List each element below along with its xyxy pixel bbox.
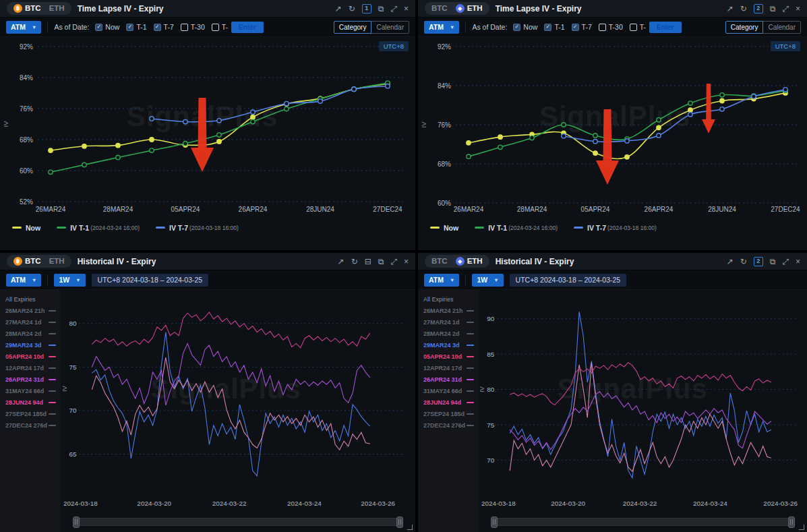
expiry-item[interactable]: 31MAY24 66d	[5, 385, 61, 396]
legend-item[interactable]: IV T-7(2024-03-18 16:00)	[156, 224, 239, 232]
duplicate-icon[interactable]: ⧉	[378, 258, 384, 266]
legend-item[interactable]: Now	[430, 224, 458, 232]
strike-select[interactable]: ATM ▼	[6, 274, 41, 287]
coin-toggle[interactable]: BTC◆ETH	[425, 2, 489, 15]
custom-tenor-input[interactable]: Enter	[649, 22, 682, 33]
expiry-item[interactable]: 26APR24 31d	[5, 374, 61, 385]
expiry-item[interactable]: 28JUN24 94d	[423, 396, 479, 408]
fullscreen-icon[interactable]: ⤢	[390, 258, 397, 266]
checkbox-t-1[interactable]: ✓T-1	[544, 23, 564, 31]
expiry-item[interactable]: 05APR24 10d	[5, 351, 61, 362]
popout-icon[interactable]: ↗	[338, 258, 345, 266]
time-range-slider[interactable]	[491, 518, 795, 526]
expiry-item[interactable]: 27MAR24 1d	[5, 316, 61, 328]
expiry-item[interactable]: 27MAR24 1d	[423, 316, 479, 328]
expiry-item[interactable]: 26MAR24 21h	[423, 305, 479, 316]
coin-toggle[interactable]: ฿BTCETH	[7, 2, 71, 15]
timelapse-chart-btc[interactable]: SignalPlus92%84%76%68%60%52%IV26MAR2428M…	[0, 37, 415, 219]
fullscreen-icon[interactable]: ⤢	[390, 5, 397, 13]
close-icon[interactable]: ×	[404, 5, 409, 13]
duplicate-icon[interactable]: ⧉	[770, 258, 776, 266]
custom-tenor-input[interactable]: Enter	[231, 22, 264, 33]
layer-count-badge[interactable]: 1	[362, 4, 371, 13]
expiry-item[interactable]: 29MAR24 3d	[5, 339, 61, 351]
expiry-item[interactable]: 28MAR24 2d	[423, 328, 479, 339]
expiry-item[interactable]: 05APR24 10d	[423, 351, 479, 362]
resize-handle[interactable]	[799, 525, 804, 530]
expiry-item[interactable]: 27DEC24 276d	[423, 419, 479, 431]
coin-tab-eth[interactable]: ◆ETH	[456, 4, 483, 13]
slider-handle-left[interactable]	[73, 516, 80, 528]
refresh-icon[interactable]: ↻	[351, 258, 358, 266]
layer-count-badge[interactable]: 2	[754, 257, 763, 266]
expiry-item[interactable]: 31MAY24 66d	[423, 385, 479, 396]
fullscreen-icon[interactable]: ⤢	[782, 5, 789, 13]
checkbox-t-[interactable]: T-	[630, 23, 646, 31]
close-icon[interactable]: ×	[404, 258, 409, 266]
coin-tab-eth[interactable]: ETH	[49, 258, 65, 266]
expiry-item[interactable]: 26MAR24 21h	[5, 305, 61, 316]
category-view-button[interactable]: Category	[334, 21, 372, 34]
historical-chart-btc[interactable]: SignalPlus80757065IV2024-03-182024-03-20…	[61, 290, 415, 511]
coin-tab-btc[interactable]: BTC	[431, 258, 448, 266]
strike-select[interactable]: ATM ▼	[424, 21, 459, 34]
resize-handle[interactable]	[407, 525, 413, 530]
coin-toggle[interactable]: ฿BTCETH	[7, 255, 71, 268]
layer-count-badge[interactable]: 2	[754, 4, 763, 13]
timelapse-chart-eth[interactable]: SignalPlus92%84%76%68%60%IV26MAR2428MAR2…	[418, 37, 807, 219]
checkbox-now[interactable]: ✓Now	[513, 23, 537, 31]
checkbox-t-30[interactable]: T-30	[599, 23, 623, 31]
slider-handle-right[interactable]	[788, 516, 795, 528]
checkbox-t-1[interactable]: ✓T-1	[126, 23, 146, 31]
coin-tab-eth[interactable]: ◆ETH	[456, 257, 483, 266]
expiry-item[interactable]: 27SEP24 185d	[5, 408, 61, 419]
popout-icon[interactable]: ↗	[335, 5, 342, 13]
category-view-button[interactable]: Category	[725, 21, 764, 34]
checkbox-t-7[interactable]: ✓T-7	[572, 23, 592, 31]
close-icon[interactable]: ×	[796, 5, 800, 13]
expiry-item[interactable]: 26APR24 31d	[423, 374, 479, 385]
legend-item[interactable]: IV T-7(2024-03-18 16:00)	[574, 224, 657, 232]
data-point	[593, 139, 597, 143]
expiry-item[interactable]: 27DEC24 276d	[5, 419, 61, 431]
coin-tab-btc[interactable]: ฿BTC	[13, 4, 41, 13]
coin-toggle[interactable]: BTC◆ETH	[425, 255, 489, 268]
checkbox-t-30[interactable]: T-30	[181, 23, 205, 31]
expiry-item[interactable]: 12APR24 17d	[423, 362, 479, 374]
expiry-item[interactable]: 28MAR24 2d	[5, 328, 61, 339]
slider-handle-right[interactable]	[396, 516, 403, 528]
legend-item[interactable]: IV T-1(2024-03-24 16:00)	[57, 224, 140, 232]
expiry-item[interactable]: 28JUN24 94d	[5, 396, 61, 408]
strike-select[interactable]: ATM ▼	[424, 274, 459, 287]
duplicate-icon[interactable]: ⧉	[770, 5, 776, 13]
refresh-icon[interactable]: ↻	[740, 258, 747, 266]
calendar-view-button[interactable]: Calendar	[763, 21, 801, 34]
calendar-view-button[interactable]: Calendar	[371, 21, 409, 34]
time-range-slider[interactable]	[73, 518, 403, 526]
period-select[interactable]: 1W ▼	[54, 274, 85, 287]
coin-tab-eth[interactable]: ETH	[49, 5, 65, 13]
fullscreen-icon[interactable]: ⤢	[782, 258, 789, 266]
x-axis-tick: 2024-03-20	[137, 500, 171, 507]
expiry-item[interactable]: 12APR24 17d	[5, 362, 61, 374]
refresh-icon[interactable]: ↻	[740, 5, 747, 13]
checkbox-t-[interactable]: T-	[212, 23, 228, 31]
expiry-item[interactable]: 29MAR24 3d	[423, 339, 479, 351]
group-icon[interactable]: ⊟	[365, 258, 371, 266]
legend-item[interactable]: IV T-1(2024-03-24 16:00)	[475, 224, 558, 232]
slider-handle-left[interactable]	[491, 516, 498, 528]
coin-tab-btc[interactable]: ฿BTC	[13, 257, 41, 266]
coin-tab-btc[interactable]: BTC	[431, 5, 448, 13]
refresh-icon[interactable]: ↻	[349, 5, 355, 13]
popout-icon[interactable]: ↗	[727, 5, 734, 13]
period-select[interactable]: 1W ▼	[472, 274, 503, 287]
historical-chart-eth[interactable]: SignalPlus9085807570IV2024-03-182024-03-…	[479, 290, 807, 511]
legend-item[interactable]: Now	[12, 224, 40, 232]
popout-icon[interactable]: ↗	[727, 258, 734, 266]
checkbox-t-7[interactable]: ✓T-7	[154, 23, 174, 31]
checkbox-now[interactable]: ✓Now	[95, 23, 119, 31]
close-icon[interactable]: ×	[796, 258, 800, 266]
strike-select[interactable]: ATM ▼	[6, 21, 41, 34]
expiry-item[interactable]: 27SEP24 185d	[423, 408, 479, 419]
duplicate-icon[interactable]: ⧉	[378, 5, 384, 13]
